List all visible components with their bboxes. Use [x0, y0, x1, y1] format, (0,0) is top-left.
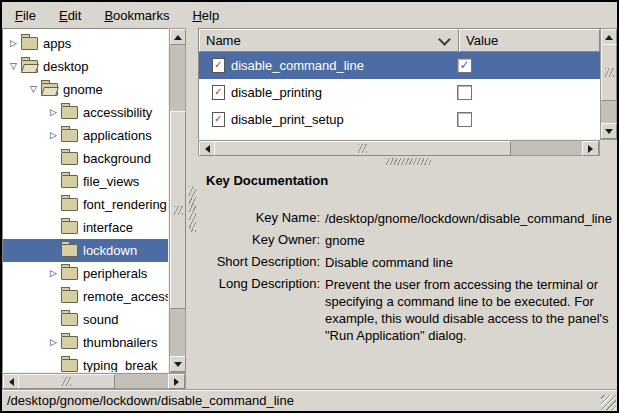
- folder-icon: [61, 152, 78, 165]
- column-header-name[interactable]: Name: [199, 29, 459, 52]
- table-row[interactable]: ✓disable_save_to_disk: [199, 133, 600, 140]
- scroll-up-button[interactable]: [170, 29, 186, 45]
- expander-collapsed-icon[interactable]: ▷: [7, 32, 20, 55]
- tree-item-file_views[interactable]: file_views: [3, 170, 168, 193]
- scroll-up-button[interactable]: [601, 29, 617, 45]
- table-body: ✓disable_command_line✓✓disable_printing✓…: [199, 52, 600, 140]
- value-checkbox[interactable]: [457, 112, 472, 127]
- tree-item-label: accessibility: [83, 105, 152, 120]
- statusbar-text: /desktop/gnome/lockdown/disable_command_…: [7, 393, 294, 408]
- scroll-right-button[interactable]: [168, 374, 185, 389]
- tree-item-peripherals[interactable]: ▷peripherals: [3, 262, 168, 285]
- column-header-label: Value: [466, 33, 498, 48]
- thumb-grip-icon: [358, 144, 367, 153]
- table-row[interactable]: ✓disable_command_line✓: [199, 52, 600, 79]
- scroll-down-button[interactable]: [601, 123, 617, 139]
- tree-item-label: gnome: [63, 82, 103, 97]
- doc-field-value: /desktop/gnome/lockdown/disable_command_…: [325, 210, 612, 227]
- tree-item-typing_break[interactable]: typing_break: [3, 354, 168, 373]
- table-horizontal-scrollbar[interactable]: [198, 140, 600, 156]
- arrow-right-icon: [174, 378, 179, 386]
- expander-collapsed-icon[interactable]: ▷: [47, 124, 60, 147]
- table-row[interactable]: ✓disable_printing: [199, 79, 600, 106]
- tree-item-font_rendering[interactable]: font_rendering: [3, 193, 168, 216]
- arrow-up-icon: [174, 35, 182, 40]
- key-documentation-panel: Key Documentation Key Name:/desktop/gnom…: [198, 166, 617, 389]
- doc-field-label: Key Owner:: [206, 232, 320, 249]
- expander-collapsed-icon[interactable]: ▷: [47, 331, 60, 354]
- tree-pane: ▷apps▽desktop▽gnome▷accessibility▷applic…: [2, 28, 186, 389]
- tree-vertical-scrollbar[interactable]: [169, 28, 186, 373]
- folder-icon: [61, 129, 78, 142]
- folder-icon: [61, 106, 78, 119]
- tree-item-sound[interactable]: sound: [3, 308, 168, 331]
- folder-icon: [21, 60, 38, 73]
- doc-field-value: Disable command line: [325, 254, 612, 271]
- pane-splitter-vertical[interactable]: [186, 28, 198, 389]
- scrollbar-thumb[interactable]: [170, 111, 186, 309]
- tree-item-background[interactable]: background: [3, 147, 168, 170]
- doc-field-label: Key Name:: [206, 210, 320, 227]
- tree-item-interface[interactable]: interface: [3, 216, 168, 239]
- tree-item-label: desktop: [43, 59, 89, 74]
- key-value-cell: [445, 112, 600, 127]
- key-icon: ✓: [212, 85, 225, 100]
- statusbar: /desktop/gnome/lockdown/disable_command_…: [2, 389, 617, 411]
- docs-title: Key Documentation: [206, 173, 609, 188]
- scrollbar-thumb[interactable]: [18, 374, 115, 389]
- tree-item-gnome[interactable]: ▽gnome: [3, 78, 168, 101]
- key-name-cell: ✓disable_print_setup: [199, 112, 445, 127]
- doc-field-value: Prevent the user from accessing the term…: [325, 276, 612, 344]
- table-vertical-scrollbar[interactable]: [600, 28, 617, 140]
- tree-item-apps[interactable]: ▷apps: [3, 32, 168, 55]
- key-name-label: disable_print_setup: [231, 112, 344, 127]
- expander-expanded-icon[interactable]: ▽: [7, 55, 20, 78]
- sort-indicator-icon: [438, 33, 451, 46]
- menu-label-mnemonic: E: [59, 8, 68, 23]
- tree-item-desktop[interactable]: ▽desktop: [3, 55, 168, 78]
- scroll-right-button[interactable]: [582, 141, 599, 156]
- menu-label: ookmarks: [113, 8, 169, 23]
- menu-edit[interactable]: Edit: [50, 4, 90, 27]
- gconf-editor-window: FileEditBookmarksHelp ▷apps▽desktop▽gnom…: [0, 0, 619, 413]
- key-table-scrolledwindow: Name Value ✓disable_command_line✓✓disabl…: [198, 28, 617, 156]
- folder-icon: [21, 37, 38, 50]
- table-row[interactable]: ✓disable_print_setup: [199, 106, 600, 133]
- folder-icon: [41, 83, 58, 96]
- key-table: Name Value ✓disable_command_line✓✓disabl…: [198, 28, 600, 140]
- tree-item-thumbnailers[interactable]: ▷thumbnailers: [3, 331, 168, 354]
- expander-expanded-icon[interactable]: ▽: [27, 78, 40, 101]
- tree-item-label: interface: [83, 220, 133, 235]
- pane-splitter-horizontal[interactable]: [198, 156, 617, 166]
- tree-item-accessibility[interactable]: ▷accessibility: [3, 101, 168, 124]
- key-name-label: disable_printing: [231, 85, 322, 100]
- splitter-grip-icon: [189, 186, 196, 232]
- tree-item-label: font_rendering: [83, 197, 167, 212]
- folder-icon: [61, 198, 78, 211]
- expander-collapsed-icon[interactable]: ▷: [47, 101, 60, 124]
- folder-icon: [61, 221, 78, 234]
- folder-icon: [61, 267, 78, 280]
- tree-horizontal-scrollbar[interactable]: [2, 373, 186, 389]
- tree-item-label: lockdown: [83, 243, 137, 258]
- value-checkbox[interactable]: ✓: [457, 58, 472, 73]
- tree-item-remote_access[interactable]: remote_access: [3, 285, 168, 308]
- menu-label-mnemonic: H: [192, 8, 201, 23]
- tree-item-lockdown[interactable]: lockdown: [3, 239, 168, 262]
- menu-file[interactable]: File: [6, 4, 45, 27]
- scrollbar-thumb[interactable]: [601, 44, 617, 101]
- menu-bookmarks[interactable]: Bookmarks: [95, 4, 178, 27]
- arrow-up-icon: [605, 35, 613, 40]
- scroll-down-button[interactable]: [170, 356, 186, 372]
- config-tree[interactable]: ▷apps▽desktop▽gnome▷accessibility▷applic…: [2, 28, 169, 373]
- expander-collapsed-icon[interactable]: ▷: [47, 262, 60, 285]
- window-resize-grip-icon[interactable]: [601, 395, 616, 410]
- column-header-value[interactable]: Value: [459, 29, 600, 52]
- menubar: FileEditBookmarksHelp: [2, 2, 617, 28]
- tree-item-label: sound: [83, 312, 118, 327]
- tree-item-applications[interactable]: ▷applications: [3, 124, 168, 147]
- tree-item-label: thumbnailers: [83, 335, 157, 350]
- value-checkbox[interactable]: [457, 85, 472, 100]
- scrollbar-thumb[interactable]: [214, 141, 511, 156]
- menu-help[interactable]: Help: [183, 4, 228, 27]
